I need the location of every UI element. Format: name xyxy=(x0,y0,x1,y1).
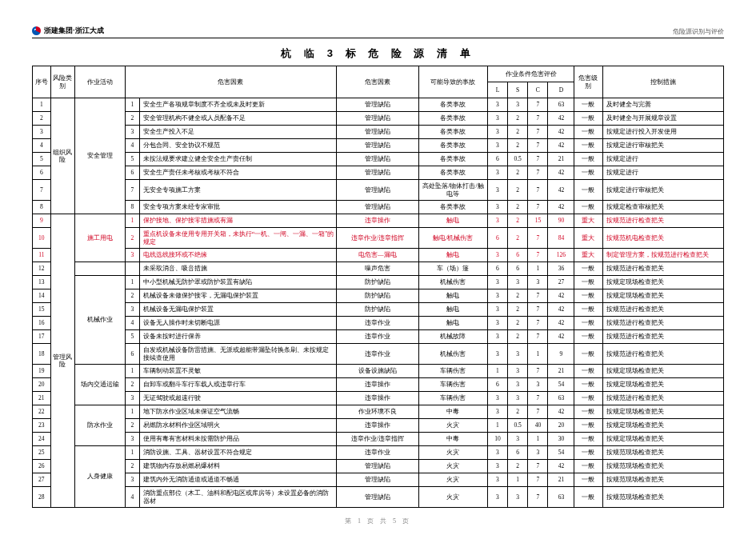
cell-category: 管理风险 xyxy=(50,214,74,508)
cell-cause: 管理缺陷 xyxy=(336,98,418,112)
cell-C: 7 xyxy=(528,317,548,330)
cell-D: 27 xyxy=(548,276,574,289)
cell-S: 1 xyxy=(508,473,528,487)
cell-control: 按规定现场检查把关 xyxy=(602,276,723,289)
cell-S: 3 xyxy=(508,433,528,446)
cell-subseq: 1 xyxy=(126,214,140,228)
cell-D: 84 xyxy=(548,228,574,249)
th-l: L xyxy=(487,82,507,98)
table-row: 284消防重点部位（木工、油料和配电区或库房等）未设置必备的消防器材管理缺陷火灾… xyxy=(33,487,724,508)
cell-factor: 安全生产各项规章制度不齐全或未及时更新 xyxy=(139,98,336,112)
cell-C: 7 xyxy=(528,180,548,201)
cell-S: 6 xyxy=(508,262,528,276)
table-row: 55未按法规要求建立健全安全生产责任制管理缺陷各类事故60.5721一般按规定进… xyxy=(33,153,724,166)
cell-cause: 管理缺陷 xyxy=(336,126,418,139)
th-control: 控制措施 xyxy=(602,66,723,98)
cell-level: 一般 xyxy=(574,433,602,446)
cell-C: 7 xyxy=(528,98,548,112)
cell-seq: 15 xyxy=(33,303,51,317)
cell-level: 一般 xyxy=(574,112,602,126)
th-accident: 可能导致的事故 xyxy=(419,66,488,98)
cell-S: 3 xyxy=(508,487,528,508)
cell-D: 63 xyxy=(548,392,574,405)
cell-level: 一般 xyxy=(574,180,602,201)
cell-subseq: 3 xyxy=(126,392,140,405)
table-row: 13机械作业1中小型机械无防护罩或防护装置有缺陷防护缺陷机械伤害33327一般按… xyxy=(33,276,724,289)
cell-factor: 建筑内外无消防通道或通道不畅通 xyxy=(139,473,336,487)
cell-seq: 3 xyxy=(33,126,51,139)
cell-subseq xyxy=(126,262,140,276)
cell-S: 2 xyxy=(508,201,528,214)
th-c: C xyxy=(528,82,548,98)
cell-C: 7 xyxy=(528,139,548,153)
cell-control: 按规范现场检查把关 xyxy=(602,460,723,473)
cell-cause: 电危害—漏电 xyxy=(336,249,418,262)
cell-L: 3 xyxy=(487,214,507,228)
cell-level: 重大 xyxy=(574,228,602,249)
cell-S: 2 xyxy=(508,112,528,126)
cell-L: 3 xyxy=(487,126,507,139)
cell-activity: 安全管理 xyxy=(74,98,125,214)
cell-S: 3 xyxy=(508,392,528,405)
cell-factor: 设备无人操作时未切断电源 xyxy=(139,317,336,330)
table-row: 9管理风险施工用电1保护接地、保护接零措施或有漏违章操作触电321590重大按规… xyxy=(33,214,724,228)
cell-level: 一般 xyxy=(574,330,602,344)
cell-subseq: 1 xyxy=(126,365,140,378)
cell-seq: 24 xyxy=(33,433,51,446)
cell-D: 54 xyxy=(548,446,574,460)
cell-control: 按规范进行检查把关 xyxy=(602,344,723,365)
cell-control: 按规定检查审核把关 xyxy=(602,201,723,214)
cell-level: 重大 xyxy=(574,214,602,228)
cell-cause: 管理缺陷 xyxy=(336,180,418,201)
cell-C: 7 xyxy=(528,473,548,487)
cell-seq: 5 xyxy=(33,153,51,166)
cell-S: 0.5 xyxy=(508,153,528,166)
cell-cause: 违章作业/违章指挥 xyxy=(336,433,418,446)
cell-C: 3 xyxy=(528,276,548,289)
cell-level: 一般 xyxy=(574,201,602,214)
table-row: 22安全管理机构不健全或人员配备不足管理缺陷各类事故32742一般及时健全与开展… xyxy=(33,112,724,126)
table-row: 102重点机设备未使用专用开关箱，未执行“一机、一闸、一漏、一箱”的规定违章作业… xyxy=(33,228,724,249)
cell-S: 3 xyxy=(508,365,528,378)
cell-L: 3 xyxy=(487,330,507,344)
cell-cause: 防护缺陷 xyxy=(336,276,418,289)
cell-accident: 机械伤害 xyxy=(419,344,488,365)
cell-level: 一般 xyxy=(574,473,602,487)
cell-C: 1 xyxy=(528,344,548,365)
cell-S: 3 xyxy=(508,378,528,392)
cell-D: 36 xyxy=(548,262,574,276)
cell-accident: 中毒 xyxy=(419,433,488,446)
cell-factor: 机械设备无漏电保护装置 xyxy=(139,303,336,317)
cell-factor: 保护接地、保护接零措施或有漏 xyxy=(139,214,336,228)
cell-D: 21 xyxy=(548,153,574,166)
cell-factor: 安全生产投入不足 xyxy=(139,126,336,139)
cell-cause: 管理缺陷 xyxy=(336,487,418,508)
cell-D: 90 xyxy=(548,214,574,228)
cell-activity: 场内交通运输 xyxy=(74,365,125,405)
cell-accident: 各类事故 xyxy=(419,126,488,139)
cell-subseq: 3 xyxy=(126,433,140,446)
cell-L: 3 xyxy=(487,487,507,508)
cell-accident: 触电 xyxy=(419,249,488,262)
cell-accident: 各类事故 xyxy=(419,98,488,112)
cell-factor: 消防重点部位（木工、油料和配电区或库房等）未设置必备的消防器材 xyxy=(139,487,336,508)
cell-cause: 管理缺陷 xyxy=(336,166,418,180)
cell-accident: 各类事故 xyxy=(419,166,488,180)
table-row: 22防水作业1地下防水作业区域未保证空气流畅作业环境不良中毒32742一般按规定… xyxy=(33,405,724,419)
page-title: 杭 临 3 标 危 险 源 清 单 xyxy=(32,46,724,61)
cell-seq: 18 xyxy=(33,344,51,365)
table-row: 77无安全专项施工方案管理缺陷高处坠落/物体打击/触电等32742一般按规定进行… xyxy=(33,180,724,201)
table-row: 202自卸车或翻斗车行车载人或违章行车违章操作车辆伤害63354一般按规定现场检… xyxy=(33,378,724,392)
cell-L: 3 xyxy=(487,98,507,112)
brand-text: 浙建集团·浙江大成 xyxy=(44,26,104,36)
cell-accident: 触电 xyxy=(419,214,488,228)
cell-L: 6 xyxy=(487,378,507,392)
cell-control: 按规范进行检查把关 xyxy=(602,303,723,317)
th-d: D xyxy=(548,82,574,98)
cell-S: 2 xyxy=(508,405,528,419)
cell-S: 3 xyxy=(508,344,528,365)
cell-subseq: 2 xyxy=(126,289,140,303)
cell-D: 20 xyxy=(548,419,574,433)
cell-C: 7 xyxy=(528,405,548,419)
cell-cause: 违章操作 xyxy=(336,419,418,433)
